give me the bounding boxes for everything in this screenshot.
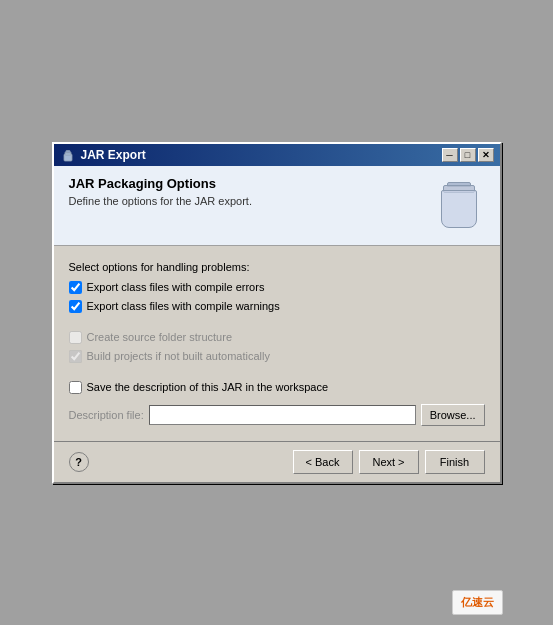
jar-export-window: JAR Export ─ □ ✕ JAR Packaging Options D… [52,142,502,484]
export-compile-warnings-checkbox[interactable] [69,300,82,313]
finish-button[interactable]: Finish [425,450,485,474]
header-subtitle: Define the options for the JAR export. [69,195,427,207]
description-row: Description file: Browse... [69,404,485,426]
help-button[interactable]: ? [69,452,89,472]
content-area: Select options for handling problems: Ex… [54,246,500,441]
close-button[interactable]: ✕ [478,148,494,162]
title-bar-left: JAR Export [60,147,146,163]
description-label: Description file: [69,409,144,421]
header-title: JAR Packaging Options [69,176,427,191]
footer-buttons: < Back Next > Finish [293,450,485,474]
title-bar: JAR Export ─ □ ✕ [54,144,500,166]
next-button[interactable]: Next > [359,450,419,474]
build-projects-checkbox[interactable] [69,350,82,363]
section-label: Select options for handling problems: [69,261,485,273]
build-projects-label: Build projects if not built automaticall… [87,350,270,362]
svg-rect-2 [66,150,70,152]
export-compile-warnings-label: Export class files with compile warnings [87,300,280,312]
checkbox-row-1: Export class files with compile errors [69,281,485,294]
checkbox-row-3: Create source folder structure [69,331,485,344]
header-area: JAR Packaging Options Define the options… [54,166,500,246]
footer-left: ? [69,452,89,472]
description-input[interactable] [149,405,416,425]
checkbox-row-2: Export class files with compile warnings [69,300,485,313]
watermark: 亿速云 [452,590,503,615]
checkbox-row-5: Save the description of this JAR in the … [69,381,485,394]
jar-graphic [437,176,485,228]
maximize-button[interactable]: □ [460,148,476,162]
save-description-checkbox[interactable] [69,381,82,394]
browse-button[interactable]: Browse... [421,404,485,426]
title-buttons: ─ □ ✕ [442,148,494,162]
footer-area: ? < Back Next > Finish [54,441,500,482]
export-compile-errors-checkbox[interactable] [69,281,82,294]
checkbox-row-4: Build projects if not built automaticall… [69,350,485,363]
export-compile-errors-label: Export class files with compile errors [87,281,265,293]
back-button[interactable]: < Back [293,450,353,474]
save-description-label: Save the description of this JAR in the … [87,381,329,393]
jar-title-icon [60,147,76,163]
window-title: JAR Export [81,148,146,162]
create-source-folder-label: Create source folder structure [87,331,233,343]
header-text: JAR Packaging Options Define the options… [69,176,427,207]
create-source-folder-checkbox[interactable] [69,331,82,344]
minimize-button[interactable]: ─ [442,148,458,162]
